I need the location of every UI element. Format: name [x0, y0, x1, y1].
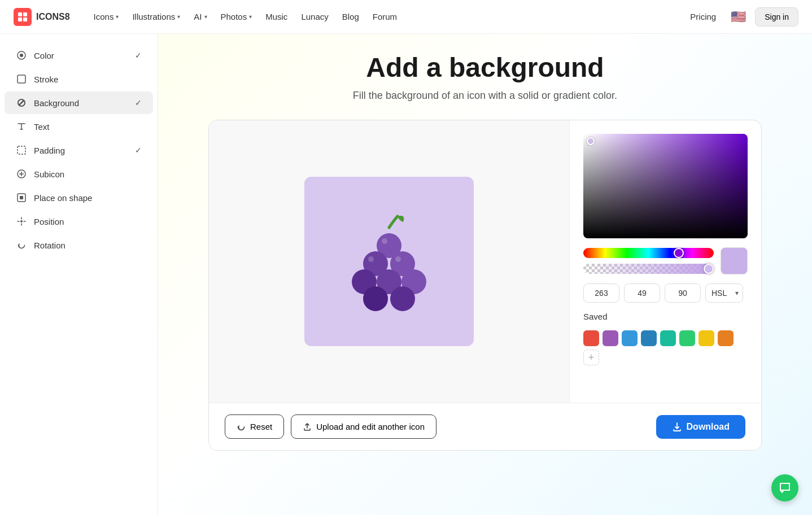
saved-section: Saved	[583, 312, 748, 321]
svg-rect-12	[20, 196, 23, 199]
background-check: ✓	[135, 98, 142, 107]
reset-button[interactable]: Reset	[225, 414, 284, 439]
color-check: ✓	[135, 51, 142, 60]
sidebar-item-position[interactable]: Position	[5, 210, 153, 233]
sidebar-item-padding[interactable]: Padding ✓	[5, 139, 153, 162]
logo-text: ICONS8	[36, 12, 70, 22]
preview-area	[209, 120, 569, 403]
main-nav: Icons▾ Illustrations▾ AI▾ Photos▾ Music …	[88, 8, 685, 25]
sidebar-item-color[interactable]: Color ✓	[5, 44, 153, 67]
add-saved-color-button[interactable]: +	[583, 350, 599, 365]
svg-point-24	[395, 256, 401, 262]
sidebar-item-place-on-shape[interactable]: Place on shape	[5, 186, 153, 209]
svg-point-22	[382, 238, 387, 244]
sidebar-label-text: Text	[34, 122, 50, 132]
sliders-col	[583, 248, 714, 274]
signin-button[interactable]: Sign in	[755, 7, 798, 27]
sidebar-label-place-on-shape: Place on shape	[34, 193, 92, 203]
header: ICONS8 Icons▾ Illustrations▾ AI▾ Photos▾…	[0, 0, 812, 34]
svg-point-20	[363, 286, 388, 311]
sidebar: Color ✓ Stroke Background ✓	[0, 34, 158, 515]
mode-select[interactable]: HSL RGB HEX	[705, 283, 743, 303]
svg-point-13	[20, 220, 23, 222]
sidebar-item-background[interactable]: Background ✓	[5, 91, 153, 114]
mode-select-wrap[interactable]: HSL RGB HEX	[705, 283, 743, 303]
sidebar-item-subicon[interactable]: Subicon	[5, 163, 153, 185]
saved-color-purple[interactable]	[603, 330, 618, 346]
gradient-dark-overlay	[583, 134, 748, 238]
saved-label: Saved	[583, 312, 748, 321]
grapes-illustration	[333, 205, 446, 318]
header-right: Pricing 🇺🇸 Sign in	[684, 7, 798, 27]
saved-color-darkblue[interactable]	[641, 330, 657, 346]
saturation-input[interactable]	[624, 283, 660, 303]
nav-lunacy[interactable]: Lunacy	[295, 8, 334, 25]
color-gradient-picker[interactable]	[583, 134, 748, 238]
reset-icon	[237, 422, 246, 431]
saved-color-red[interactable]	[583, 330, 599, 346]
sidebar-item-text[interactable]: Text	[5, 115, 153, 138]
logo[interactable]: ICONS8	[14, 8, 70, 26]
nav-photos[interactable]: Photos▾	[215, 8, 258, 25]
saved-color-orange[interactable]	[718, 330, 734, 346]
color-picker-panel: HSL RGB HEX Saved	[569, 120, 761, 403]
chat-button[interactable]	[771, 474, 798, 501]
text-icon	[16, 121, 27, 132]
hue-thumb[interactable]	[674, 248, 684, 258]
svg-rect-7	[18, 146, 25, 154]
svg-rect-0	[18, 12, 22, 16]
nav-illustrations[interactable]: Illustrations▾	[126, 8, 186, 25]
position-icon	[16, 216, 27, 227]
saved-color-blue[interactable]	[622, 330, 638, 346]
color-swatch[interactable]	[721, 247, 748, 274]
svg-rect-1	[23, 12, 27, 16]
sidebar-label-subicon: Subicon	[34, 169, 64, 179]
editor-panel: HSL RGB HEX Saved	[208, 120, 762, 451]
svg-rect-3	[23, 18, 27, 21]
sidebar-label-background: Background	[34, 98, 79, 108]
content-area: Add a background Fill the background of …	[158, 34, 812, 515]
hue-slider[interactable]	[583, 248, 714, 258]
saved-color-yellow[interactable]	[699, 330, 714, 346]
subicon-icon	[16, 168, 27, 180]
nav-pricing[interactable]: Pricing	[684, 8, 722, 25]
nav-ai[interactable]: AI▾	[188, 8, 212, 25]
sidebar-item-rotation[interactable]: Rotation	[5, 234, 153, 256]
sidebar-label-color: Color	[34, 51, 54, 60]
alpha-slider[interactable]	[583, 264, 714, 274]
logo-icon	[14, 8, 32, 26]
nav-forum[interactable]: Forum	[367, 8, 403, 25]
nav-music[interactable]: Music	[260, 8, 293, 25]
lightness-input[interactable]	[665, 283, 701, 303]
saved-colors: +	[583, 330, 748, 365]
padding-icon	[16, 145, 27, 156]
upload-button[interactable]: Upload and edit another icon	[291, 414, 436, 439]
color-icon	[16, 50, 27, 61]
place-shape-icon	[16, 192, 27, 203]
stroke-icon	[16, 73, 27, 85]
editor-footer: Reset Upload and edit another icon Downl…	[209, 403, 761, 450]
saved-color-teal[interactable]	[660, 330, 676, 346]
alpha-overlay	[583, 264, 714, 274]
nav-icons[interactable]: Icons▾	[88, 8, 125, 25]
sidebar-label-rotation: Rotation	[34, 241, 66, 250]
padding-check: ✓	[135, 146, 142, 155]
svg-rect-6	[18, 75, 25, 83]
sidebar-item-stroke[interactable]: Stroke	[5, 68, 153, 90]
sliders-row	[583, 247, 748, 274]
svg-point-5	[20, 54, 23, 57]
page-title: Add a background	[366, 52, 604, 83]
sidebar-label-position: Position	[34, 217, 64, 226]
footer-left: Reset Upload and edit another icon	[225, 414, 436, 439]
alpha-thumb[interactable]	[704, 264, 714, 274]
saved-color-green[interactable]	[679, 330, 695, 346]
sidebar-label-padding: Padding	[34, 146, 65, 155]
download-icon	[672, 422, 682, 432]
hue-input[interactable]	[583, 283, 619, 303]
color-gradient-thumb[interactable]	[587, 137, 595, 145]
download-button[interactable]: Download	[656, 415, 745, 439]
nav-blog[interactable]: Blog	[337, 8, 365, 25]
upload-icon	[303, 422, 312, 431]
language-flag[interactable]: 🇺🇸	[731, 10, 746, 24]
icon-preview	[304, 177, 474, 346]
